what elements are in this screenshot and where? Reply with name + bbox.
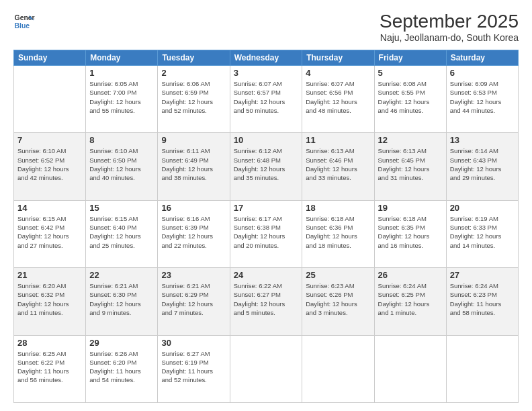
- table-row: 4Sunrise: 6:07 AMSunset: 6:56 PMDaylight…: [302, 66, 374, 133]
- day-info: Sunrise: 6:20 AMSunset: 6:32 PMDaylight:…: [17, 281, 82, 317]
- table-row: 3Sunrise: 6:07 AMSunset: 6:57 PMDaylight…: [230, 66, 302, 133]
- subtitle: Naju, Jeollanam-do, South Korea: [380, 32, 519, 43]
- table-row: 27Sunrise: 6:24 AMSunset: 6:23 PMDayligh…: [446, 268, 518, 335]
- page-header: General Blue September 2025 Naju, Jeolla…: [13, 11, 519, 43]
- day-number: 30: [161, 338, 226, 348]
- day-info: Sunrise: 6:19 AMSunset: 6:33 PMDaylight:…: [450, 214, 515, 250]
- logo-icon: General Blue: [13, 11, 35, 32]
- header-wednesday: Wednesday: [230, 50, 302, 66]
- month-title: September 2025: [380, 11, 519, 32]
- svg-text:Blue: Blue: [15, 22, 30, 30]
- table-row: 11Sunrise: 6:13 AMSunset: 6:46 PMDayligh…: [302, 133, 374, 200]
- table-row: 23Sunrise: 6:21 AMSunset: 6:29 PMDayligh…: [158, 268, 230, 335]
- table-row: 29Sunrise: 6:26 AMSunset: 6:20 PMDayligh…: [86, 335, 158, 402]
- day-info: Sunrise: 6:26 AMSunset: 6:20 PMDaylight:…: [89, 349, 154, 385]
- day-info: Sunrise: 6:10 AMSunset: 6:50 PMDaylight:…: [89, 146, 154, 182]
- day-number: 7: [17, 135, 82, 145]
- day-number: 14: [17, 203, 82, 213]
- table-row: 9Sunrise: 6:11 AMSunset: 6:49 PMDaylight…: [158, 133, 230, 200]
- day-number: 6: [450, 68, 515, 78]
- day-number: 9: [161, 135, 226, 145]
- table-row: 30Sunrise: 6:27 AMSunset: 6:19 PMDayligh…: [158, 335, 230, 402]
- calendar-week-row: 1Sunrise: 6:05 AMSunset: 7:00 PMDaylight…: [14, 66, 519, 133]
- table-row: 15Sunrise: 6:15 AMSunset: 6:40 PMDayligh…: [86, 200, 158, 267]
- header-thursday: Thursday: [302, 50, 374, 66]
- day-info: Sunrise: 6:13 AMSunset: 6:46 PMDaylight:…: [306, 146, 370, 182]
- table-row: [302, 335, 374, 402]
- day-info: Sunrise: 6:06 AMSunset: 6:59 PMDaylight:…: [161, 79, 226, 115]
- title-block: September 2025 Naju, Jeollanam-do, South…: [380, 11, 519, 43]
- table-row: 5Sunrise: 6:08 AMSunset: 6:55 PMDaylight…: [374, 66, 446, 133]
- day-number: 4: [306, 68, 370, 78]
- day-number: 20: [450, 203, 515, 213]
- table-row: 17Sunrise: 6:17 AMSunset: 6:38 PMDayligh…: [230, 200, 302, 267]
- day-info: Sunrise: 6:07 AMSunset: 6:56 PMDaylight:…: [306, 79, 370, 115]
- day-info: Sunrise: 6:21 AMSunset: 6:29 PMDaylight:…: [161, 281, 226, 317]
- calendar-week-row: 14Sunrise: 6:15 AMSunset: 6:42 PMDayligh…: [14, 200, 519, 267]
- day-info: Sunrise: 6:08 AMSunset: 6:55 PMDaylight:…: [378, 79, 443, 115]
- table-row: 21Sunrise: 6:20 AMSunset: 6:32 PMDayligh…: [14, 268, 86, 335]
- day-info: Sunrise: 6:24 AMSunset: 6:23 PMDaylight:…: [450, 281, 515, 317]
- day-number: 10: [234, 135, 299, 145]
- calendar-header-row: Sunday Monday Tuesday Wednesday Thursday…: [14, 50, 519, 66]
- table-row: 25Sunrise: 6:23 AMSunset: 6:26 PMDayligh…: [302, 268, 374, 335]
- day-number: 8: [89, 135, 154, 145]
- table-row: [374, 335, 446, 402]
- day-number: 25: [306, 270, 370, 280]
- day-info: Sunrise: 6:12 AMSunset: 6:48 PMDaylight:…: [234, 146, 299, 182]
- day-number: 21: [17, 270, 82, 280]
- logo: General Blue: [13, 11, 36, 32]
- calendar-week-row: 7Sunrise: 6:10 AMSunset: 6:52 PMDaylight…: [14, 133, 519, 200]
- day-number: 29: [89, 338, 154, 348]
- day-number: 2: [161, 68, 226, 78]
- day-number: 15: [89, 203, 154, 213]
- table-row: 28Sunrise: 6:25 AMSunset: 6:22 PMDayligh…: [14, 335, 86, 402]
- day-number: 11: [306, 135, 370, 145]
- day-info: Sunrise: 6:18 AMSunset: 6:35 PMDaylight:…: [378, 214, 443, 250]
- day-info: Sunrise: 6:10 AMSunset: 6:52 PMDaylight:…: [17, 146, 82, 182]
- day-number: 27: [450, 270, 515, 280]
- day-number: 22: [89, 270, 154, 280]
- day-info: Sunrise: 6:15 AMSunset: 6:40 PMDaylight:…: [89, 214, 154, 250]
- day-info: Sunrise: 6:17 AMSunset: 6:38 PMDaylight:…: [234, 214, 299, 250]
- calendar-week-row: 28Sunrise: 6:25 AMSunset: 6:22 PMDayligh…: [14, 335, 519, 402]
- day-number: 23: [161, 270, 226, 280]
- table-row: 16Sunrise: 6:16 AMSunset: 6:39 PMDayligh…: [158, 200, 230, 267]
- day-info: Sunrise: 6:22 AMSunset: 6:27 PMDaylight:…: [234, 281, 299, 317]
- day-number: 1: [89, 68, 154, 78]
- day-info: Sunrise: 6:23 AMSunset: 6:26 PMDaylight:…: [306, 281, 370, 317]
- day-info: Sunrise: 6:14 AMSunset: 6:43 PMDaylight:…: [450, 146, 515, 182]
- table-row: 24Sunrise: 6:22 AMSunset: 6:27 PMDayligh…: [230, 268, 302, 335]
- day-number: 5: [378, 68, 443, 78]
- day-number: 26: [378, 270, 443, 280]
- day-number: 24: [234, 270, 299, 280]
- day-number: 19: [378, 203, 443, 213]
- table-row: 1Sunrise: 6:05 AMSunset: 7:00 PMDaylight…: [86, 66, 158, 133]
- day-info: Sunrise: 6:13 AMSunset: 6:45 PMDaylight:…: [378, 146, 443, 182]
- table-row: 13Sunrise: 6:14 AMSunset: 6:43 PMDayligh…: [446, 133, 518, 200]
- day-number: 28: [17, 338, 82, 348]
- day-info: Sunrise: 6:09 AMSunset: 6:53 PMDaylight:…: [450, 79, 515, 115]
- table-row: 7Sunrise: 6:10 AMSunset: 6:52 PMDaylight…: [14, 133, 86, 200]
- day-info: Sunrise: 6:18 AMSunset: 6:36 PMDaylight:…: [306, 214, 370, 250]
- header-sunday: Sunday: [14, 50, 86, 66]
- day-info: Sunrise: 6:07 AMSunset: 6:57 PMDaylight:…: [234, 79, 299, 115]
- day-info: Sunrise: 6:15 AMSunset: 6:42 PMDaylight:…: [17, 214, 82, 250]
- day-number: 12: [378, 135, 443, 145]
- calendar-table: Sunday Monday Tuesday Wednesday Thursday…: [13, 50, 519, 403]
- header-monday: Monday: [86, 50, 158, 66]
- table-row: 2Sunrise: 6:06 AMSunset: 6:59 PMDaylight…: [158, 66, 230, 133]
- day-info: Sunrise: 6:27 AMSunset: 6:19 PMDaylight:…: [161, 349, 226, 385]
- day-info: Sunrise: 6:24 AMSunset: 6:25 PMDaylight:…: [378, 281, 443, 317]
- day-info: Sunrise: 6:25 AMSunset: 6:22 PMDaylight:…: [17, 349, 82, 385]
- day-number: 17: [234, 203, 299, 213]
- day-number: 13: [450, 135, 515, 145]
- table-row: [14, 66, 86, 133]
- table-row: [446, 335, 518, 402]
- day-number: 3: [234, 68, 299, 78]
- table-row: 12Sunrise: 6:13 AMSunset: 6:45 PMDayligh…: [374, 133, 446, 200]
- day-info: Sunrise: 6:05 AMSunset: 7:00 PMDaylight:…: [89, 79, 154, 115]
- day-number: 16: [161, 203, 226, 213]
- header-saturday: Saturday: [446, 50, 518, 66]
- table-row: 10Sunrise: 6:12 AMSunset: 6:48 PMDayligh…: [230, 133, 302, 200]
